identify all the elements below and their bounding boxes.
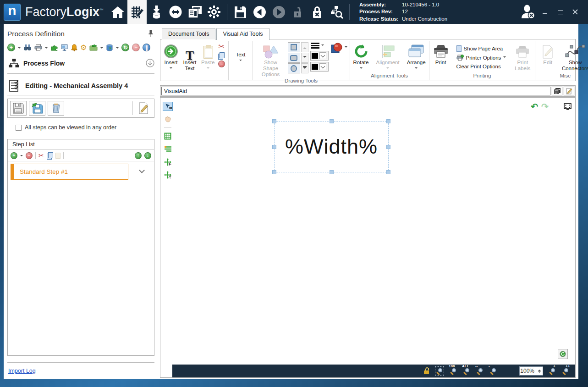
- pin-button[interactable]: [148, 30, 154, 38]
- alerts-button[interactable]: [71, 44, 77, 51]
- copy-icon[interactable]: [47, 152, 53, 159]
- zoom-out-button[interactable]: -: [489, 367, 497, 375]
- resize-handle-s[interactable]: [330, 170, 334, 174]
- zoom-all-button[interactable]: ALL: [462, 367, 471, 375]
- fit-to-screen-button[interactable]: [564, 103, 572, 110]
- logout-user-button[interactable]: [520, 5, 536, 19]
- maximize-button[interactable]: [557, 9, 563, 15]
- back-button[interactable]: [250, 0, 269, 24]
- visual-aid-canvas[interactable]: ↶ ↷ %Width% 100 ALL -- -: [160, 97, 576, 378]
- cut-icon[interactable]: ✂: [38, 152, 44, 159]
- zoom-in-large-button[interactable]: ++: [561, 367, 570, 375]
- refresh-button[interactable]: ↻: [121, 44, 129, 51]
- show-connectors-button[interactable]: Show Connectors: [560, 41, 588, 73]
- remove-icon[interactable]: −: [218, 61, 225, 67]
- show-shape-options-button[interactable]: Show Shape Options: [254, 41, 287, 78]
- settings-button[interactable]: [204, 0, 224, 24]
- remove-process-button[interactable]: −: [132, 44, 140, 51]
- documents-button[interactable]: [185, 0, 204, 24]
- zoom-lock-button[interactable]: [423, 367, 430, 375]
- insert-text-button[interactable]: T Insert Text: [180, 41, 199, 73]
- pan-tool-button[interactable]: [163, 115, 173, 124]
- resize-handle-n[interactable]: [330, 119, 334, 123]
- arrange-button[interactable]: Arrange: [405, 41, 428, 73]
- find-button[interactable]: [23, 44, 32, 51]
- zoom-level-spinner[interactable]: 100%: [519, 366, 543, 376]
- move-step-up-button[interactable]: ↑: [135, 152, 142, 159]
- materials-button[interactable]: [147, 0, 166, 24]
- print-labels-button[interactable]: Print Labels: [511, 41, 533, 73]
- zoom-out-large-button[interactable]: --: [476, 367, 484, 375]
- import-log-link[interactable]: Import Log: [8, 368, 36, 374]
- zoom-100-button[interactable]: 100: [449, 367, 457, 375]
- add-step-button[interactable]: +: [11, 152, 17, 159]
- export-button[interactable]: [89, 44, 98, 51]
- rounded-rectangle-shape-button[interactable]: [288, 53, 300, 63]
- save-button[interactable]: [231, 0, 250, 24]
- presentation-button[interactable]: [61, 44, 68, 51]
- resize-handle-w[interactable]: [272, 145, 276, 149]
- collapse-button[interactable]: [146, 59, 154, 67]
- forward-button[interactable]: [269, 0, 288, 24]
- report-button[interactable]: [552, 87, 562, 95]
- minimize-button[interactable]: [542, 9, 548, 15]
- step-list-item[interactable]: Standard Step #1: [11, 164, 128, 180]
- home-button[interactable]: [108, 0, 127, 24]
- rotate-button[interactable]: Rotate: [352, 41, 371, 73]
- process-search-button[interactable]: [327, 0, 346, 24]
- resize-handle-nw[interactable]: [272, 119, 276, 123]
- edit-name-button[interactable]: [564, 87, 574, 95]
- import-dropdown-caret[interactable]: [116, 47, 119, 50]
- order-checkbox[interactable]: [16, 125, 22, 131]
- redo-button[interactable]: ↷: [541, 102, 549, 111]
- insert-button[interactable]: Insert: [162, 41, 180, 73]
- show-page-area-button[interactable]: Show Page Area: [456, 45, 507, 52]
- text-button[interactable]: Text: [230, 41, 251, 73]
- snap-lines-toggle-button[interactable]: [163, 144, 173, 154]
- edit-button[interactable]: Edit: [540, 41, 555, 73]
- zoom-region-button[interactable]: [435, 366, 444, 376]
- cut-icon[interactable]: ✂: [218, 43, 225, 50]
- tab-visual-aid-tools[interactable]: Visual Aid Tools: [216, 28, 269, 40]
- select-tool-button[interactable]: [163, 102, 173, 111]
- edit-step-button[interactable]: [135, 101, 152, 116]
- remove-step-button[interactable]: −: [26, 152, 33, 159]
- print-button[interactable]: Print: [431, 41, 451, 73]
- tab-document-tools[interactable]: Document Tools: [162, 28, 215, 39]
- resize-handle-se[interactable]: [386, 170, 390, 174]
- line-thickness-button[interactable]: [310, 42, 329, 50]
- gallery-up-button[interactable]: [301, 42, 308, 52]
- paste-button[interactable]: Paste: [199, 41, 216, 73]
- import-button[interactable]: [106, 44, 113, 51]
- save-as-button[interactable]: [29, 101, 45, 116]
- add-process-button[interactable]: +: [7, 44, 15, 51]
- rectangle-shape-button[interactable]: [288, 42, 300, 52]
- gallery-down-button[interactable]: [301, 53, 308, 63]
- process-flow-header[interactable]: Process Flow: [8, 58, 154, 68]
- printer-options-button[interactable]: Printer Options: [456, 54, 507, 61]
- print-button[interactable]: [34, 44, 42, 51]
- resize-handle-ne[interactable]: [386, 119, 390, 123]
- paste-icon[interactable]: [55, 153, 60, 159]
- shape-fill-button[interactable]: [330, 41, 348, 78]
- fill-color-picker[interactable]: [310, 62, 329, 72]
- gallery-more-button[interactable]: [301, 63, 308, 73]
- save-step-button[interactable]: [10, 101, 27, 116]
- copy-icon[interactable]: [218, 52, 224, 59]
- line-color-picker[interactable]: [310, 51, 329, 61]
- move-filter-button[interactable]: [163, 170, 173, 179]
- lock-release-button[interactable]: [308, 0, 327, 24]
- resize-handle-e[interactable]: [386, 145, 390, 149]
- delete-step-button[interactable]: [48, 101, 64, 116]
- unlock-button[interactable]: [288, 0, 308, 24]
- grid-toggle-button[interactable]: [163, 132, 173, 141]
- pause-button[interactable]: ∥: [143, 44, 150, 51]
- zoom-in-button[interactable]: +: [548, 367, 556, 375]
- sync-button[interactable]: [166, 0, 185, 24]
- add-step-caret[interactable]: [20, 155, 23, 158]
- move-step-down-button[interactable]: ↓: [144, 152, 151, 159]
- process-editor-button[interactable]: [127, 0, 147, 24]
- visual-aid-name-input[interactable]: [161, 87, 550, 95]
- alignment-button[interactable]: Alignment: [374, 41, 401, 73]
- print-dropdown-caret[interactable]: [45, 47, 48, 50]
